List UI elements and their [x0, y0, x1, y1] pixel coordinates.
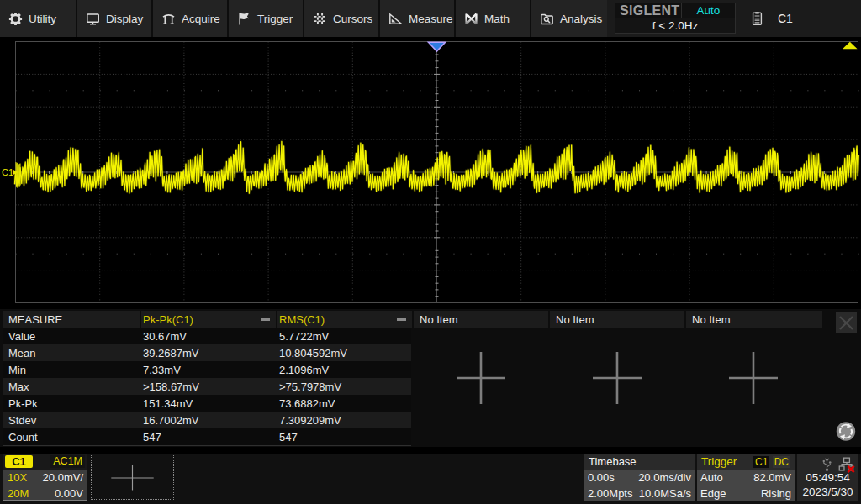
svg-text:C1: C1: [2, 167, 13, 177]
